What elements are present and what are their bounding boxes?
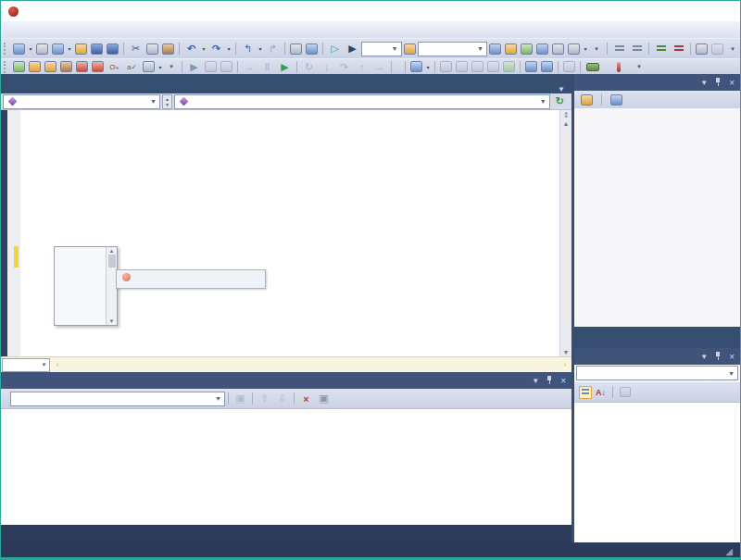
member-combo[interactable]: ▼ [174, 94, 550, 109]
breakpoint-window-icon[interactable] [541, 61, 553, 72]
chevron-down-icon[interactable]: ▼ [147, 98, 159, 105]
toolbar-overflow-icon[interactable]: ▾ [591, 42, 602, 56]
undo-dropdown-icon[interactable]: ▾ [200, 42, 207, 56]
search-scope-icon[interactable] [404, 44, 416, 55]
pin-icon[interactable] [715, 352, 722, 361]
tab-overflow-icon[interactable]: ▼ [558, 85, 571, 93]
output-source-combo[interactable]: ▼ [10, 392, 225, 406]
watch-window-icon[interactable] [220, 61, 232, 72]
device-upload-icon[interactable] [563, 61, 575, 72]
solution-tree[interactable] [574, 108, 740, 327]
start-without-debugging-icon[interactable] [327, 42, 343, 56]
registers-icon[interactable] [487, 61, 499, 72]
output-content[interactable] [1, 408, 571, 525]
chevron-down-icon[interactable]: ▼ [537, 98, 549, 105]
property-pages-icon[interactable] [620, 387, 631, 397]
add-new-item-icon[interactable] [36, 44, 48, 55]
memory-view-icon[interactable] [410, 61, 422, 72]
scroll-up-icon[interactable]: ▲ [563, 120, 570, 127]
memory-view-dropdown-icon[interactable]: ▾ [424, 60, 432, 74]
code-editor[interactable]: ⇕ ▲ ▼ ▲ ▼ [1, 110, 571, 356]
collapse-all-icon[interactable] [581, 94, 593, 106]
editor-vertical-scrollbar[interactable]: ⇕ ▲ ▼ [559, 110, 571, 356]
display-options-icon[interactable] [568, 44, 580, 55]
vax-open-file-in-solution-icon[interactable] [29, 61, 41, 72]
window-layout-icon[interactable] [52, 44, 64, 55]
solution-explorer-titlebar[interactable]: ▼ × [574, 74, 740, 91]
chevron-down-icon[interactable]: ▼ [212, 395, 224, 402]
uncomment-selection-icon[interactable] [671, 42, 686, 56]
window-layout-dropdown-icon[interactable]: ▾ [66, 42, 73, 56]
paste-icon[interactable] [162, 44, 174, 55]
start-debugging-icon[interactable] [345, 42, 360, 56]
io-view-icon[interactable] [440, 61, 452, 72]
splitter-handle-icon[interactable]: ⇕ [563, 111, 570, 119]
categorized-icon[interactable] [579, 386, 592, 399]
run-to-cursor-icon[interactable] [242, 60, 257, 74]
pin-icon[interactable] [546, 376, 553, 385]
properties-content[interactable] [574, 402, 740, 542]
new-breakpoint-icon[interactable] [525, 61, 537, 72]
toggle-word-wrap-icon[interactable] [316, 392, 332, 405]
window-position-icon[interactable]: ▼ [700, 353, 708, 361]
redo-icon[interactable] [208, 42, 224, 56]
chevron-down-icon[interactable]: ▼ [725, 370, 737, 377]
toolbar-grip[interactable] [4, 43, 8, 55]
run-to-line-icon[interactable] [371, 60, 387, 74]
display-options-dropdown-icon[interactable]: ▾ [582, 42, 589, 56]
quick-search-combo[interactable]: ▼ [418, 42, 488, 56]
step-filter-icon[interactable] [186, 60, 202, 74]
new-project-icon[interactable] [13, 44, 25, 55]
step-into-icon[interactable] [319, 60, 334, 74]
open-file-icon[interactable] [75, 44, 87, 55]
copy-icon[interactable] [146, 44, 158, 55]
scope-combo[interactable]: ▼ [3, 94, 160, 109]
toolbar-overflow-icon[interactable]: ▾ [166, 60, 177, 74]
show-all-files-icon[interactable] [610, 94, 622, 106]
window-position-icon[interactable]: ▼ [700, 79, 708, 87]
vax-change-signature-icon[interactable] [92, 61, 104, 72]
step-out-icon[interactable] [354, 60, 370, 74]
toolbar-overflow-icon[interactable]: ▾ [634, 60, 645, 74]
navigate-forward-icon[interactable] [265, 42, 281, 56]
scrollbar-thumb[interactable] [108, 255, 116, 268]
resize-grip-icon[interactable]: ◢ [725, 546, 733, 556]
redo-dropdown-icon[interactable]: ▾ [225, 42, 232, 56]
window-position-icon[interactable]: ▼ [532, 377, 539, 385]
scroll-up-icon[interactable]: ▲ [109, 248, 115, 254]
find-message-icon[interactable] [232, 392, 248, 405]
chevron-down-icon[interactable]: ▼ [39, 362, 49, 367]
solution-explorer-icon[interactable] [290, 44, 302, 55]
chevron-down-icon[interactable]: ▼ [474, 45, 486, 52]
indicator-margin[interactable] [7, 110, 20, 356]
properties-titlebar[interactable]: ▼ × [574, 348, 740, 365]
sort-alphabetical-icon[interactable] [596, 388, 606, 397]
vax-refactor-icon[interactable] [143, 61, 155, 72]
toolbar-overflow-icon[interactable]: ▾ [727, 42, 738, 56]
zoom-level-combo[interactable]: ▼ [2, 358, 50, 372]
output-panel-titlebar[interactable]: ▼ × [1, 372, 571, 389]
display-box-icon[interactable] [696, 44, 708, 55]
cut-icon[interactable] [128, 42, 144, 56]
vax-paste-history-icon[interactable] [60, 61, 72, 72]
close-icon[interactable]: × [729, 78, 735, 88]
edit-pencil-icon[interactable] [552, 44, 564, 55]
vax-rename-icon[interactable] [76, 61, 88, 72]
highlight-references-icon[interactable] [536, 44, 548, 55]
debug-configuration-combo[interactable]: ▼ [361, 42, 402, 56]
open-corresponding-file-icon[interactable] [505, 44, 517, 55]
increase-indent-icon[interactable] [629, 42, 645, 56]
close-icon[interactable]: × [729, 352, 735, 362]
chevron-down-icon[interactable]: ▼ [389, 45, 401, 52]
minimize-button[interactable] [640, 1, 673, 21]
navbar-spinner[interactable]: ▲▼ [162, 94, 172, 109]
pin-icon[interactable] [715, 78, 722, 87]
toolbar-grip[interactable] [4, 61, 8, 73]
vax-refactor-dropdown-icon[interactable]: ▾ [157, 60, 164, 74]
save-icon[interactable] [91, 44, 103, 55]
find-in-files-icon[interactable] [306, 44, 318, 55]
navigate-backward-icon[interactable] [240, 42, 256, 56]
memory-window-icon[interactable] [503, 61, 515, 72]
comment-bubble-icon[interactable] [711, 44, 723, 55]
continue-icon[interactable] [277, 60, 293, 74]
